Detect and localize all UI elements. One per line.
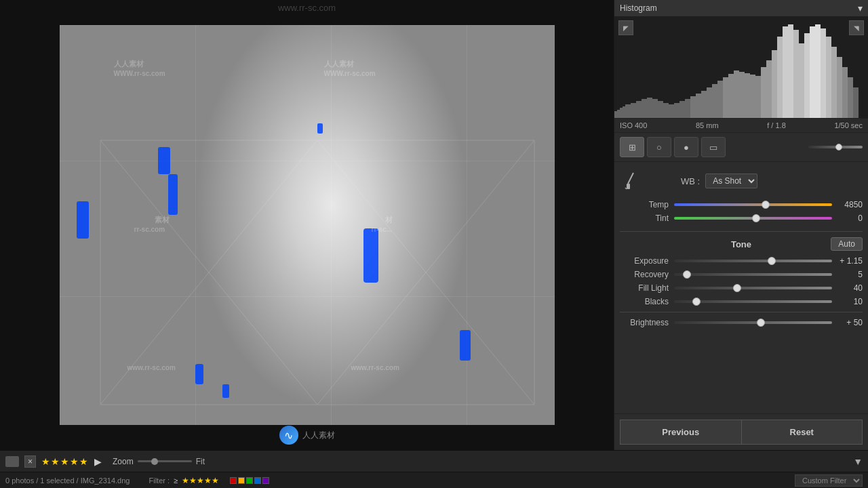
bottom-logo: ∿ 人人素材 (279, 426, 335, 445)
wb-dropdown[interactable]: As Shot (705, 174, 757, 188)
auto-button[interactable]: Auto (831, 237, 863, 251)
hist-iso: ISO 400 (620, 121, 647, 129)
brightness-value: + 50 (832, 318, 863, 327)
exposure-thumb[interactable] (768, 257, 776, 265)
photo-bw: 人人素材 WWW.rr-sc.com 人人素材 WWW.rr-sc.com 素材… (60, 25, 555, 425)
svg-rect-33 (739, 72, 745, 118)
fill-light-thumb[interactable] (733, 284, 741, 292)
hist-focal: 85 mm (696, 121, 719, 129)
svg-rect-28 (712, 84, 717, 118)
svg-rect-13 (631, 103, 636, 118)
blue-clip-7 (222, 384, 229, 398)
zoom-section: Zoom Fit (113, 457, 205, 466)
exposure-label: Exposure (620, 256, 674, 266)
tool-grid[interactable]: ⊞ (620, 137, 644, 157)
divider-2 (620, 312, 863, 312)
reset-button[interactable]: Reset (741, 420, 863, 445)
recovery-label: Recovery (620, 270, 674, 279)
svg-rect-32 (734, 70, 739, 118)
svg-line-55 (628, 173, 633, 184)
temp-thumb[interactable] (762, 201, 770, 209)
exposure-slider-row: Exposure + 1.15 (620, 256, 863, 266)
svg-rect-53 (848, 77, 853, 118)
color-red[interactable] (230, 477, 237, 484)
brightness-label: Brightness (620, 318, 674, 327)
svg-rect-23 (685, 99, 690, 118)
histogram-header[interactable]: Histogram ▾ (614, 0, 868, 16)
brightness-slider-container (674, 318, 832, 327)
recovery-thumb[interactable] (683, 270, 691, 279)
histogram-title: Histogram (620, 3, 657, 13)
filter-label: Filter : (149, 476, 170, 485)
svg-rect-30 (723, 77, 728, 118)
svg-rect-43 (793, 30, 799, 118)
color-yellow[interactable] (238, 477, 245, 484)
histogram-chevron[interactable]: ▾ (858, 3, 863, 14)
filter-gte: ≥ (174, 476, 178, 485)
tool-crop[interactable]: ○ (647, 137, 671, 157)
main-container: www.rr-sc.com 人人素材 WWW.rr-sc. (0, 0, 868, 488)
blacks-value: 10 (832, 297, 863, 306)
develop-scroll[interactable]: WB : As Shot Temp 4850 (614, 162, 868, 413)
star-rating[interactable]: ★★★★★ (41, 456, 89, 467)
zoom-thumb[interactable] (151, 458, 158, 465)
filter-section: Filter : ≥ ★★★★★ (149, 476, 219, 485)
svg-rect-14 (636, 101, 642, 118)
filmstrip-icon[interactable] (5, 456, 19, 467)
blue-clip-3 (363, 228, 378, 283)
histogram-graph: ◤ ◥ (614, 16, 868, 118)
svg-rect-34 (745, 73, 750, 118)
temp-slider-row: Temp 4850 (620, 200, 863, 209)
wb-row: WB : As Shot (620, 167, 863, 195)
close-button[interactable]: × (24, 455, 36, 468)
svg-line-57 (625, 188, 627, 189)
svg-rect-56 (627, 184, 630, 189)
blacks-thumb[interactable] (692, 298, 701, 306)
brightness-thumb[interactable] (757, 319, 765, 327)
filter-dropdown[interactable]: Custom Filter (795, 474, 863, 487)
eyedropper-tool[interactable] (620, 167, 640, 195)
action-buttons: Previous Reset (614, 413, 868, 450)
status-info: 0 photos / 1 selected / IMG_2314.dng (5, 476, 130, 485)
develop-panel: WB : As Shot Temp 4850 (614, 162, 868, 337)
color-purple[interactable] (262, 477, 269, 484)
svg-rect-49 (826, 37, 831, 118)
tint-thumb[interactable] (752, 214, 760, 222)
zoom-fit-label[interactable]: Fit (196, 457, 205, 466)
svg-rect-24 (690, 96, 696, 118)
color-blue[interactable] (254, 477, 261, 484)
filter-stars[interactable]: ★★★★★ (182, 476, 219, 485)
tool-redeye[interactable]: ▭ (701, 137, 726, 157)
tint-slider-row: Tint 0 (620, 214, 863, 223)
svg-rect-38 (766, 60, 772, 118)
blue-clip-4 (77, 201, 89, 239)
histogram-section: Histogram ▾ ◤ ◥ (614, 0, 868, 132)
fill-light-label: Fill Light (620, 283, 674, 293)
exposure-value: + 1.15 (832, 256, 863, 266)
zoom-slider[interactable] (138, 460, 192, 462)
play-button[interactable]: ▶ (94, 456, 102, 467)
previous-button[interactable]: Previous (620, 420, 741, 445)
blue-clip-5 (195, 364, 203, 384)
tool-spot[interactable]: ● (674, 137, 698, 157)
tone-header: Tone Auto (620, 237, 863, 251)
color-green[interactable] (246, 477, 253, 484)
blue-clip-8 (317, 123, 323, 134)
bottom-arrow[interactable]: ▼ (853, 456, 863, 467)
fill-light-slider-row: Fill Light 40 (620, 283, 863, 293)
tone-label: Tone (701, 239, 781, 249)
svg-rect-9 (617, 110, 620, 118)
photo-canvas: 人人素材 WWW.rr-sc.com 人人素材 WWW.rr-sc.com 素材… (0, 0, 614, 450)
svg-rect-35 (750, 75, 755, 118)
blue-clip-6 (460, 330, 471, 361)
svg-rect-52 (842, 67, 848, 118)
svg-rect-22 (679, 101, 685, 118)
recovery-slider-row: Recovery 5 (620, 270, 863, 279)
color-boxes (230, 477, 269, 484)
eyedropper-icon (624, 171, 636, 190)
recovery-track (674, 273, 832, 276)
temp-value: 4850 (832, 200, 863, 209)
bottom-bar: × ★★★★★ ▶ Zoom Fit ▼ (0, 450, 868, 472)
temp-label: Temp (620, 200, 674, 209)
svg-rect-39 (772, 50, 777, 118)
